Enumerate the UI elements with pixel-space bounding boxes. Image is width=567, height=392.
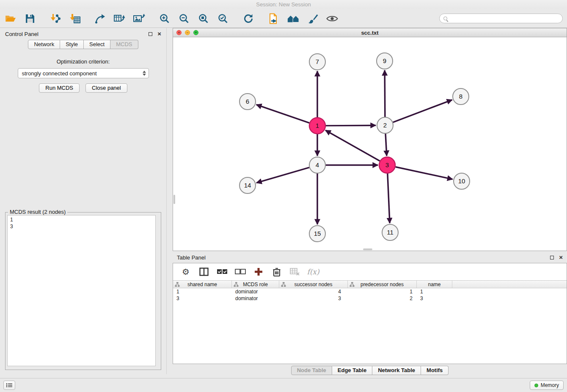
show-columns-button[interactable] xyxy=(198,266,209,277)
graph-edge-3-1[interactable] xyxy=(325,130,380,161)
graph-edge-1-2[interactable] xyxy=(326,125,376,126)
zoom-selected-button[interactable] xyxy=(217,12,229,25)
graph-node-label: 11 xyxy=(387,229,394,236)
window-controls: × – + xyxy=(176,30,198,35)
column-header-successor-nodes[interactable]: successor nodes xyxy=(279,281,348,288)
tab-edge-table[interactable]: Edge Table xyxy=(332,366,372,375)
graph-edge-1-6[interactable] xyxy=(256,105,309,123)
zoom-fit-button[interactable] xyxy=(197,12,210,25)
zoom-in-button[interactable] xyxy=(158,12,171,25)
copy-view-button[interactable] xyxy=(267,12,280,25)
image-with-arrow-icon xyxy=(133,14,145,24)
export-table-button[interactable] xyxy=(113,12,126,25)
criterion-dropdown[interactable]: strongly connected component xyxy=(18,68,149,78)
control-panel-title: Control Panel xyxy=(5,31,39,37)
global-search-input[interactable] xyxy=(450,15,559,22)
zoom-out-button[interactable] xyxy=(178,12,190,25)
delete-table-button[interactable] xyxy=(289,266,300,277)
tab-node-table[interactable]: Node Table xyxy=(291,366,332,375)
global-search-box[interactable] xyxy=(439,14,563,23)
save-session-button[interactable] xyxy=(24,12,36,25)
graph-edge-2-8[interactable] xyxy=(393,100,452,122)
minimize-window-icon[interactable]: – xyxy=(185,30,190,35)
magnifier-fit-icon xyxy=(198,14,209,24)
graph-node-label: 15 xyxy=(314,230,321,237)
graph-node-4[interactable]: 4 xyxy=(309,157,325,173)
tab-style[interactable]: Style xyxy=(60,40,84,49)
tab-network[interactable]: Network xyxy=(28,40,60,49)
graph-node-8[interactable]: 8 xyxy=(453,88,469,105)
graph-node-label: 3 xyxy=(385,161,389,168)
delete-table-icon xyxy=(290,268,300,276)
open-file-button[interactable] xyxy=(4,12,17,25)
close-panel-button[interactable]: Close panel xyxy=(85,83,127,93)
column-header-name[interactable]: name xyxy=(417,281,452,288)
graph-edge-4-14[interactable] xyxy=(256,168,309,183)
fx-icon: f(x) xyxy=(307,268,319,276)
graph-edge-2-3[interactable] xyxy=(385,134,387,156)
function-builder-button[interactable]: f(x) xyxy=(308,266,319,277)
table-row[interactable]: 1 dominator 4 1 1 xyxy=(173,288,567,295)
tab-motifs[interactable]: Motifs xyxy=(421,366,449,375)
graph-edge-3-11[interactable] xyxy=(388,174,390,223)
graph-node-1[interactable]: 1 xyxy=(309,118,325,134)
float-window-icon[interactable] xyxy=(149,32,152,36)
refresh-view-button[interactable] xyxy=(242,12,255,25)
table-row[interactable]: 3 dominator 3 2 3 xyxy=(173,295,567,302)
network-window-titlebar[interactable]: scc.txt × – + xyxy=(173,28,567,37)
cell-successor-nodes: 4 xyxy=(279,289,348,295)
magnifier-plus-icon xyxy=(160,14,170,24)
tab-select[interactable]: Select xyxy=(84,40,110,49)
graph-node-10[interactable]: 10 xyxy=(454,173,470,189)
toggle-visibility-button[interactable] xyxy=(326,12,339,25)
close-panel-icon[interactable]: × xyxy=(157,31,161,36)
deselect-all-button[interactable] xyxy=(235,266,246,277)
clone-network-button[interactable] xyxy=(94,12,107,25)
cell-mcds-role: dominator xyxy=(232,295,279,301)
import-network-button[interactable] xyxy=(49,12,62,25)
graph-node-3[interactable]: 3 xyxy=(379,157,395,173)
select-all-button[interactable] xyxy=(217,266,228,277)
table-header-row: shared name MCDS role successor nodes pr… xyxy=(173,280,567,288)
mcds-result-text[interactable]: 1 3 xyxy=(7,215,156,366)
graph-node-2[interactable]: 2 xyxy=(377,117,393,133)
add-column-button[interactable] xyxy=(253,266,264,277)
graph-node-15[interactable]: 15 xyxy=(309,226,325,242)
column-header-mcds-role[interactable]: MCDS role xyxy=(232,281,279,288)
float-table-panel-icon[interactable] xyxy=(550,256,554,259)
column-header-predecessor-nodes[interactable]: predecessor nodes xyxy=(348,281,417,288)
toolbar-group-import xyxy=(49,12,81,25)
close-table-panel-icon[interactable]: × xyxy=(559,255,563,260)
export-image-button[interactable] xyxy=(133,12,146,25)
graph-node-9[interactable]: 9 xyxy=(377,53,393,69)
toolbar-group-new xyxy=(94,12,146,25)
apply-style-button[interactable] xyxy=(306,12,319,25)
graph-edge-2-9[interactable] xyxy=(385,70,385,117)
checked-boxes-icon xyxy=(217,268,228,276)
graph-node-14[interactable]: 14 xyxy=(239,177,256,193)
delete-column-button[interactable] xyxy=(271,266,282,277)
network-horizontal-scrollbar[interactable] xyxy=(363,248,372,250)
maximize-window-icon[interactable]: + xyxy=(193,30,198,35)
task-history-button[interactable] xyxy=(3,381,15,390)
criterion-dropdown-value: strongly connected component xyxy=(22,70,143,77)
tab-mcds[interactable]: MCDS xyxy=(110,40,138,49)
control-panel-tabs: Network Style Select MCDS xyxy=(0,40,166,49)
graph-edge-3-10[interactable] xyxy=(396,167,453,179)
memory-button[interactable]: Memory xyxy=(530,381,564,390)
graph-node-6[interactable]: 6 xyxy=(239,94,256,110)
graph-node-11[interactable]: 11 xyxy=(382,224,398,240)
cell-name: 3 xyxy=(417,295,452,301)
column-label: shared name xyxy=(187,282,217,287)
table-import-icon xyxy=(69,14,80,24)
graph-node-7[interactable]: 7 xyxy=(309,54,325,70)
close-window-icon[interactable]: × xyxy=(176,30,182,35)
table-settings-button[interactable]: ⚙ xyxy=(180,266,191,277)
fit-network-button[interactable] xyxy=(287,12,300,25)
tab-network-table[interactable]: Network Table xyxy=(372,366,421,375)
network-canvas[interactable]: 7968124314101511 xyxy=(173,37,567,251)
run-mcds-button[interactable]: Run MCDS xyxy=(39,83,80,93)
network-vertical-scrollbar[interactable] xyxy=(173,195,175,204)
import-table-button[interactable] xyxy=(69,12,81,25)
column-header-shared-name[interactable]: shared name xyxy=(173,281,232,288)
